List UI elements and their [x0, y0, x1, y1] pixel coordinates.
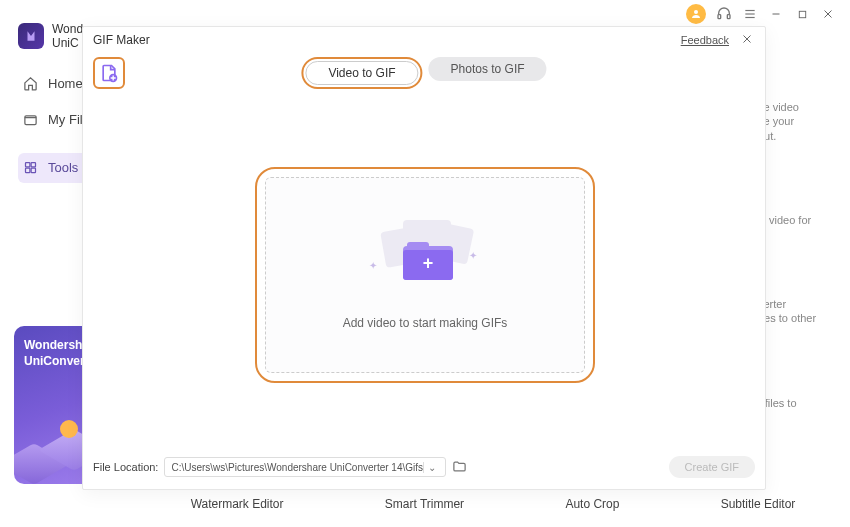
mode-tabs: Video to GIF Photos to GIF	[301, 57, 546, 89]
sidebar-item-label: My Fil	[48, 112, 83, 127]
modal-title: GIF Maker	[93, 33, 150, 47]
tab-photos-to-gif[interactable]: Photos to GIF	[429, 57, 547, 81]
tool-autocrop[interactable]: Auto Crop	[565, 497, 619, 521]
files-icon	[22, 112, 38, 128]
account-avatar[interactable]	[686, 4, 706, 24]
headset-icon[interactable]	[716, 6, 732, 22]
add-video-dropzone[interactable]: ✦ ✦ + Add video to start making GIFs	[265, 177, 585, 373]
close-window-button[interactable]	[820, 6, 836, 22]
add-file-button[interactable]	[93, 57, 125, 89]
feedback-link[interactable]: Feedback	[681, 34, 729, 46]
menu-icon[interactable]	[742, 6, 758, 22]
svg-rect-14	[31, 168, 35, 172]
background-hints: se video ke your out. D video for verter…	[758, 100, 838, 480]
svg-point-0	[694, 10, 698, 14]
gif-maker-modal: GIF Maker Feedback Video to GIF Photos t…	[82, 26, 766, 490]
chevron-down-icon[interactable]: ⌄	[423, 462, 439, 473]
maximize-button[interactable]	[794, 6, 810, 22]
file-location-field[interactable]: C:\Users\ws\Pictures\Wondershare UniConv…	[164, 457, 446, 477]
svg-rect-1	[718, 15, 721, 19]
dropzone-highlight: ✦ ✦ + Add video to start making GIFs	[255, 167, 595, 383]
tools-icon	[22, 160, 38, 176]
file-plus-icon	[99, 63, 119, 83]
folder-plus-icon: +	[403, 242, 453, 280]
browse-folder-button[interactable]	[452, 459, 468, 475]
svg-rect-11	[25, 163, 29, 167]
close-icon[interactable]	[741, 33, 755, 47]
dropzone-text: Add video to start making GIFs	[343, 316, 508, 330]
svg-rect-2	[727, 15, 730, 19]
sidebar-item-label: Home	[48, 76, 83, 91]
tool-subtitle[interactable]: Subtitle Editor	[721, 497, 796, 521]
tool-trimmer[interactable]: Smart Trimmer	[385, 497, 464, 521]
folder-illustration: ✦ ✦ +	[365, 220, 485, 300]
titlebar	[672, 0, 850, 28]
create-gif-button[interactable]: Create GIF	[669, 456, 755, 478]
file-location-value: C:\Users\ws\Pictures\Wondershare UniConv…	[171, 462, 423, 473]
home-icon	[22, 76, 38, 92]
tool-watermark[interactable]: Watermark Editor	[191, 497, 284, 521]
file-location-label: File Location:	[93, 461, 158, 473]
modal-footer: File Location: C:\Users\ws\Pictures\Wond…	[93, 455, 755, 479]
svg-rect-12	[31, 163, 35, 167]
svg-rect-7	[799, 11, 805, 17]
bottom-tool-strip: Watermark Editor Smart Trimmer Auto Crop…	[140, 497, 846, 521]
modal-header: GIF Maker Feedback	[83, 27, 765, 53]
minimize-button[interactable]	[768, 6, 784, 22]
sidebar-item-label: Tools	[48, 160, 78, 175]
tab-video-to-gif[interactable]: Video to GIF	[305, 61, 418, 85]
logo-mark	[18, 23, 44, 49]
svg-rect-13	[25, 168, 29, 172]
